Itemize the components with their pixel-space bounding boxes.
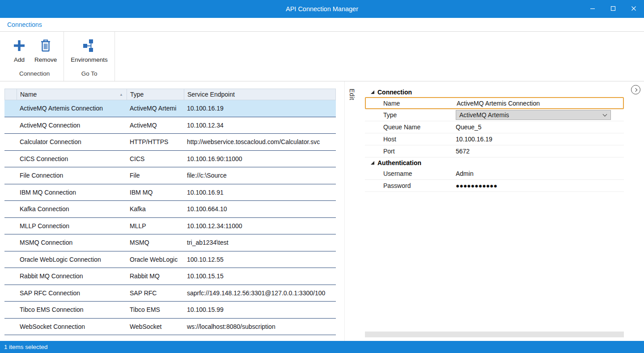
plus-icon (12, 35, 26, 56)
app-window: API Connection Manager Connections (0, 0, 644, 353)
cell-name: ActiveMQ Connection (17, 122, 127, 129)
table-row[interactable]: Kafka Connection Kafka 10.100.664.10 (4, 201, 336, 218)
ribbon-group-label-connection: Connection (8, 67, 61, 81)
cell-name: File Connection (17, 172, 127, 179)
property-value-cell: Admin (456, 168, 624, 179)
cell-endpoint: file://c:\Source (184, 172, 336, 179)
cell-type: IBM MQ (127, 189, 184, 196)
property-row: Queue Name Queue_5 (365, 121, 624, 133)
column-header-type[interactable]: Type (127, 89, 184, 100)
main-area: Name ▲ Type Service Endpoint ActiveMQ Ar… (0, 81, 644, 341)
table-row[interactable]: SAP RFC Connection SAP RFC saprfc://149.… (4, 285, 336, 302)
ribbon: Add Remove Connection (0, 32, 644, 81)
cell-name: SAP RFC Connection (17, 289, 127, 297)
column-header-endpoint[interactable]: Service Endpoint (184, 89, 336, 100)
table-row[interactable]: Oracle WebLogic Connection Oracle WebLog… (4, 251, 336, 268)
chevron-right-icon (633, 88, 637, 91)
cell-endpoint: 10.100.664.10 (184, 205, 336, 213)
column-header-name-label: Name (20, 91, 37, 98)
row-gutter-header (5, 89, 17, 100)
cell-type: Oracle WebLogic (127, 256, 184, 263)
cell-endpoint: http://webservice.toscacloud.com/Calcula… (184, 138, 336, 145)
table-body: ActiveMQ Artemis Connection ActiveMQ Art… (4, 100, 336, 335)
cell-type: ActiveMQ Artemi (127, 105, 184, 112)
maximize-button[interactable] (603, 0, 623, 18)
table-row[interactable]: IBM MQ Connection IBM MQ 10.100.16.91 (4, 184, 336, 201)
trash-icon (39, 35, 52, 56)
cell-endpoint: 100.10.12.55 (184, 256, 336, 263)
ribbon-group-goto: Environments Go To (64, 32, 115, 81)
remove-button[interactable]: Remove (30, 34, 61, 64)
property-value-cell: 10.100.16.19 (456, 133, 624, 145)
scrollbar-thumb[interactable] (365, 332, 624, 337)
property-value-field[interactable]: Admin (456, 170, 474, 177)
add-button[interactable]: Add (8, 34, 30, 64)
property-group-header[interactable]: Authentication (365, 157, 624, 168)
window-controls (582, 0, 644, 18)
window-title: API Connection Manager (286, 5, 358, 13)
cell-name: MLLP Connection (17, 222, 127, 230)
maximize-icon (610, 5, 616, 13)
property-group-header[interactable]: Connection (365, 87, 624, 97)
table-row[interactable]: CICS Connection CICS 10.100.16.90:11000 (4, 151, 336, 168)
cell-endpoint: tri_ab1234\test (184, 239, 336, 246)
type-dropdown-value: ActiveMQ Artemis (459, 111, 509, 119)
cell-endpoint: 10.100.15.99 (184, 306, 336, 313)
environments-button[interactable]: Environments (67, 34, 112, 64)
property-label: Queue Name (365, 123, 456, 131)
property-row: Type ActiveMQ Artemis (365, 109, 624, 121)
table-header: Name ▲ Type Service Endpoint (4, 89, 336, 100)
cell-type: SAP RFC (127, 289, 184, 297)
property-value-field[interactable]: ActiveMQ Artemis Connection (457, 100, 540, 107)
property-value-field[interactable]: ●●●●●●●●●●● (456, 182, 497, 189)
status-bar: 1 items selected (0, 341, 644, 353)
edit-tab[interactable]: Edit (348, 89, 356, 100)
table-row[interactable]: ActiveMQ Connection ActiveMQ 10.100.12.3… (4, 117, 336, 134)
status-text: 1 items selected (4, 344, 48, 350)
chevron-down-icon (603, 112, 607, 116)
horizontal-scrollbar[interactable] (365, 332, 624, 337)
property-label: Port (365, 148, 456, 155)
expanded-triangle-icon (371, 161, 374, 165)
minimize-button[interactable] (582, 0, 603, 18)
property-label: Name (366, 100, 457, 107)
cell-endpoint: 10.100.16.91 (184, 189, 336, 196)
table-row[interactable]: Calculator Connection HTTP/HTTPS http://… (4, 134, 336, 151)
table-row[interactable]: ActiveMQ Artemis Connection ActiveMQ Art… (4, 100, 336, 117)
remove-button-label: Remove (34, 56, 57, 63)
table-row[interactable]: MLLP Connection MLLP 10.100.12.34:11000 (4, 218, 336, 235)
property-value-cell: ActiveMQ Artemis (456, 109, 624, 121)
cell-type: MSMQ (127, 239, 184, 246)
cell-name: Kafka Connection (17, 205, 127, 213)
cell-type: Kafka (127, 205, 184, 213)
table-row[interactable]: MSMQ Connection MSMQ tri_ab1234\test (4, 234, 336, 251)
table-row[interactable]: WebSocket Connection WebSocket ws://loca… (4, 319, 336, 336)
add-button-label: Add (14, 56, 25, 63)
property-value-cell: Queue_5 (456, 121, 624, 133)
minimize-icon (590, 5, 595, 13)
cell-endpoint: 10.100.15.15 (184, 272, 336, 280)
table-row[interactable]: File Connection File file://c:\Source (4, 167, 336, 184)
cell-type: Tibco EMS (127, 306, 184, 313)
cell-endpoint: 10.100.12.34:11000 (184, 222, 336, 230)
menu-bar: Connections (0, 18, 644, 32)
cell-type: MLLP (127, 222, 184, 230)
close-button[interactable] (623, 0, 644, 18)
property-row: Password ●●●●●●●●●●● (365, 180, 624, 192)
connections-list-pane: Name ▲ Type Service Endpoint ActiveMQ Ar… (0, 81, 344, 341)
collapse-panel-button[interactable] (631, 85, 640, 94)
property-value-field[interactable]: 5672 (456, 148, 470, 155)
property-value-field[interactable]: 10.100.16.19 (456, 136, 492, 143)
type-dropdown[interactable]: ActiveMQ Artemis (456, 110, 611, 120)
table-row[interactable]: Tibco EMS Connection Tibco EMS 10.100.15… (4, 302, 336, 319)
expanded-triangle-icon (371, 90, 374, 94)
column-header-name[interactable]: Name ▲ (17, 89, 127, 100)
property-value-cell: ●●●●●●●●●●● (456, 180, 624, 191)
tab-connections[interactable]: Connections (0, 21, 49, 28)
table-row[interactable]: Rabbit MQ Connection Rabbit MQ 10.100.15… (4, 268, 336, 285)
sort-ascending-icon: ▲ (119, 93, 123, 97)
property-row: Name ActiveMQ Artemis Connection (365, 97, 624, 109)
cell-endpoint: 10.100.16.19 (184, 105, 336, 112)
property-value-field[interactable]: Queue_5 (456, 123, 482, 131)
column-header-type-label: Type (130, 91, 144, 98)
